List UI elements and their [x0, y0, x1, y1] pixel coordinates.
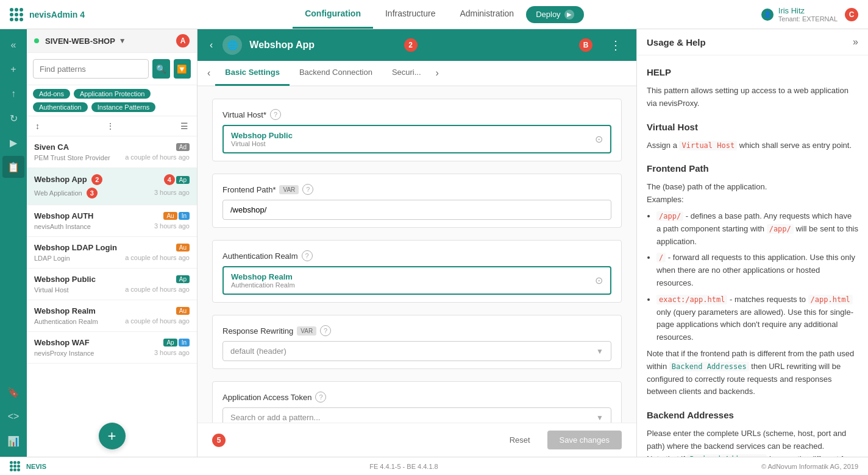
auth-realm-help[interactable]: ?	[302, 250, 313, 261]
auth-realm-clear[interactable]: ⊙	[595, 275, 603, 286]
content-header-title: Webshop App	[249, 40, 396, 51]
help-frontend-path-title: Frontend Path	[647, 161, 858, 176]
icon-collapse[interactable]: «	[2, 34, 24, 56]
sort-button[interactable]: ↕	[33, 120, 42, 132]
virtual-host-clear[interactable]: ⊙	[595, 133, 603, 145]
pattern-controls: ↕ ⋮ ☰	[27, 116, 197, 136]
main-nav-tabs: Configuration Infrastructure Administrat…	[133, 0, 743, 29]
tag-addons[interactable]: Add-ons	[33, 89, 70, 99]
list-item[interactable]: Siven CA Ad PEM Trust Store Provider a c…	[27, 136, 197, 168]
frontend-path-section: Frontend Path* VAR ?	[212, 174, 622, 228]
app-access-token-help[interactable]: ?	[315, 392, 326, 403]
badge-3: 3	[87, 188, 98, 199]
response-rewriting-field: Response Rewriting VAR ? default (header…	[213, 315, 621, 368]
icon-clipboard[interactable]: 📋	[2, 156, 24, 178]
tab-security[interactable]: Securi...	[382, 60, 431, 86]
app-access-token-field: Application Access Token ? Search or add…	[213, 382, 621, 423]
list-item[interactable]: Webshop App 2 4 Ap Web Application 3 3 h…	[27, 168, 197, 205]
project-header: SIVEN-WEB-SHOP ▼ A	[27, 29, 197, 53]
badge-2-header: 2	[404, 38, 418, 52]
deploy-icon: ▶	[564, 10, 574, 19]
response-rewriting-section: Response Rewriting VAR ? default (header…	[212, 315, 622, 369]
help-section-help: HELP	[647, 65, 858, 80]
user-name: Iris Hitz	[778, 6, 838, 15]
icon-chart[interactable]: 📊	[2, 430, 24, 452]
list-item[interactable]: Webshop Public Ap Virtual Host a couple …	[27, 269, 197, 300]
list-item[interactable]: Webshop WAF Ap In nevisProxy Instance 3 …	[27, 332, 197, 364]
auth-realm-input[interactable]: Webshop Realm Authentication Realm ⊙	[222, 266, 611, 295]
content-body: Virtual Host* ? Webshop Public Virtual H…	[197, 86, 636, 423]
action-bar: 5 Reset Save changes	[197, 423, 636, 457]
nav-tab-infrastructure[interactable]: Infrastructure	[373, 0, 447, 29]
nav-tab-configuration[interactable]: Configuration	[293, 0, 373, 29]
badge-5: 5	[212, 434, 226, 447]
list-item[interactable]: Webshop LDAP Login Au LDAP Login a coupl…	[27, 237, 197, 269]
frontend-path-input[interactable]	[222, 200, 611, 220]
icon-bar: « + ↑ ↻ ▶ 📋 🔖 <> 📊	[0, 29, 27, 457]
tab-prev-button[interactable]: ‹	[202, 65, 215, 81]
tab-next-button[interactable]: ›	[431, 65, 444, 81]
list-item[interactable]: Webshop AUTH Au In nevisAuth Instance 3 …	[27, 205, 197, 237]
add-pattern-button[interactable]: +	[99, 423, 126, 449]
app-logo: nevisAdmin 4	[10, 8, 85, 21]
response-rewriting-select[interactable]: default (header) ▼	[222, 341, 611, 361]
badge-c: C	[845, 8, 858, 21]
help-virtual-host-title: Virtual Host	[647, 120, 858, 135]
app-access-token-input[interactable]: Search or add a pattern... ▼	[222, 407, 611, 423]
badge-4: 4	[164, 174, 175, 185]
help-panel: Usage & Help » HELP This pattern allows …	[636, 29, 868, 457]
content-area: ‹ 🌐 Webshop App 2 B ⋮ ‹ Basic Settings B…	[197, 29, 868, 457]
icon-upload[interactable]: ↑	[2, 83, 24, 105]
tag-app-protection[interactable]: Application Protection	[74, 89, 151, 99]
icon-bookmark[interactable]: 🔖	[2, 381, 24, 403]
auth-realm-section: Authentication Realm ? Webshop Realm Aut…	[212, 240, 622, 303]
project-name: SIVEN-WEB-SHOP	[45, 37, 115, 46]
user-avatar: 👤	[761, 9, 774, 21]
online-indicator	[34, 38, 39, 43]
frontend-path-field: Frontend Path* VAR ?	[213, 174, 621, 227]
icon-code[interactable]: <>	[2, 406, 24, 427]
content-nav-back[interactable]: ‹	[207, 37, 215, 53]
tab-backend-connection[interactable]: Backend Connection	[290, 60, 382, 86]
pattern-tags: Add-ons Application Protection Authentic…	[27, 85, 197, 116]
icon-add[interactable]: +	[2, 58, 24, 80]
user-tenant: Tenant: EXTERNAL	[778, 15, 838, 23]
virtual-host-help[interactable]: ?	[270, 109, 281, 120]
icon-play[interactable]: ▶	[2, 132, 24, 153]
filter-button[interactable]: 🔽	[174, 59, 191, 79]
reset-button[interactable]: Reset	[500, 431, 540, 449]
footer: NEVIS FE 4.4.1-5 - BE 4.4.1.8 © AdNovum …	[0, 457, 868, 475]
search-input[interactable]	[33, 59, 149, 79]
help-collapse-button[interactable]: »	[853, 37, 858, 47]
response-rewriting-help[interactable]: ?	[320, 325, 331, 336]
frontend-path-help[interactable]: ?	[302, 184, 313, 195]
icon-refresh[interactable]: ↻	[2, 107, 24, 129]
virtual-host-input[interactable]: Webshop Public Virtual Host ⊙	[222, 125, 611, 153]
save-button[interactable]: Save changes	[547, 431, 622, 449]
more-options-button[interactable]: ⋮	[104, 120, 117, 132]
more-options-button[interactable]: ⋮	[605, 35, 627, 55]
virtual-host-field: Virtual Host* ? Webshop Public Virtual H…	[213, 99, 621, 161]
virtual-host-section: Virtual Host* ? Webshop Public Virtual H…	[212, 99, 622, 161]
tag-instance[interactable]: Instance Patterns	[91, 102, 156, 112]
search-button[interactable]: 🔍	[152, 59, 170, 79]
content-header-icon: 🌐	[222, 35, 242, 55]
help-header: Usage & Help »	[637, 29, 868, 55]
pattern-search-area: 🔍 🔽	[27, 53, 197, 85]
deploy-button[interactable]: Deploy ▶	[526, 6, 583, 23]
content-tabs: ‹ Basic Settings Backend Connection Secu…	[197, 61, 636, 86]
tag-authentication[interactable]: Authentication	[33, 102, 88, 112]
help-title: Usage & Help	[647, 37, 706, 47]
list-view-button[interactable]: ☰	[178, 120, 191, 132]
list-item[interactable]: Webshop Realm Au Authentication Realm a …	[27, 300, 197, 332]
help-backend-addresses-title: Backend Addresses	[647, 408, 858, 423]
help-body: HELP This pattern allows setting up acce…	[637, 55, 868, 457]
content-main: ‹ 🌐 Webshop App 2 B ⋮ ‹ Basic Settings B…	[197, 29, 636, 457]
nav-tab-administration[interactable]: Administration	[447, 0, 526, 29]
app-access-token-section: Application Access Token ? Search or add…	[212, 381, 622, 423]
footer-copyright: © AdNovum Informatik AG, 2019	[761, 463, 858, 470]
badge-a: A	[176, 34, 190, 47]
tab-basic-settings[interactable]: Basic Settings	[215, 60, 290, 86]
user-info: 👤 Iris Hitz Tenant: EXTERNAL C	[761, 6, 858, 23]
top-nav: nevisAdmin 4 Configuration Infrastructur…	[0, 0, 868, 29]
